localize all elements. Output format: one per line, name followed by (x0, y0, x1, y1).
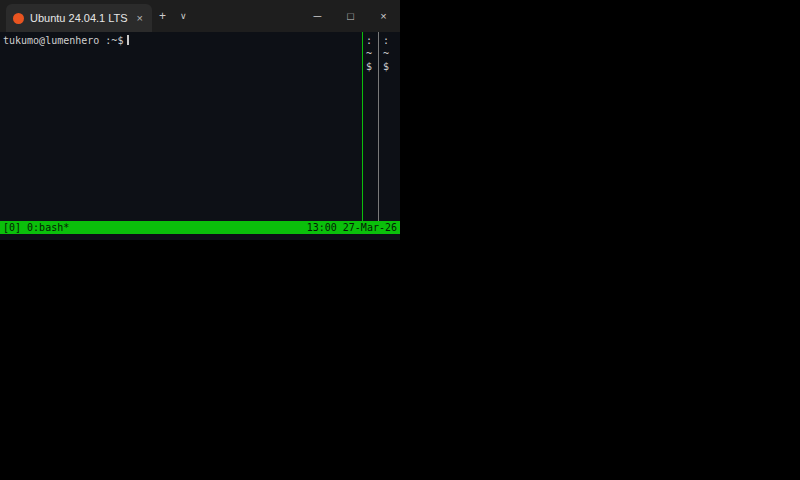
tmux-pane-active[interactable]: tukumo@lumenhero :~$ (0, 32, 362, 221)
wrapped-char: $ (366, 60, 378, 73)
wrapped-char: : (383, 34, 400, 47)
title-bar[interactable]: Ubuntu 24.04.1 LTS × + ∨ ─ □ × (0, 0, 400, 32)
minimize-button[interactable]: ─ (301, 0, 334, 32)
tmux-session-info: [0] 0:bash* (3, 221, 69, 234)
close-button[interactable]: × (367, 0, 400, 32)
wrapped-char: : (366, 34, 378, 47)
wrapped-char: ~ (383, 47, 400, 60)
new-tab-button[interactable]: + (152, 7, 173, 25)
wrapped-char: $ (383, 60, 400, 73)
prompt-line: tukumo@lumenhero :~$ (3, 34, 362, 47)
tmux-status-bar: [0] 0:bash* 13:00 27-Mar-26 (0, 221, 400, 234)
tab-close-button[interactable]: × (135, 12, 145, 24)
wrapped-char: ~ (366, 47, 378, 60)
text-cursor (127, 35, 129, 45)
ubuntu-icon (13, 13, 24, 24)
tmux-pane-narrow[interactable]: : ~ $ (363, 32, 378, 221)
tmux-pane-narrow[interactable]: : ~ $ (379, 32, 400, 221)
titlebar-drag-area[interactable] (194, 0, 301, 32)
terminal-window-bottom-right: Ubuntu 24.04.1 LTS × + ∨ ─ □ × tukumo@lu… (0, 0, 400, 240)
tab-ubuntu[interactable]: Ubuntu 24.04.1 LTS × (6, 4, 152, 32)
tmux-clock: 13:00 27-Mar-26 (307, 221, 397, 234)
tab-title: Ubuntu 24.04.1 LTS (30, 12, 129, 24)
tab-dropdown-button[interactable]: ∨ (173, 9, 194, 23)
terminal-content: tukumo@lumenhero :~$ : ~ $ : ~ $ (0, 32, 400, 221)
maximize-button[interactable]: □ (334, 0, 367, 32)
